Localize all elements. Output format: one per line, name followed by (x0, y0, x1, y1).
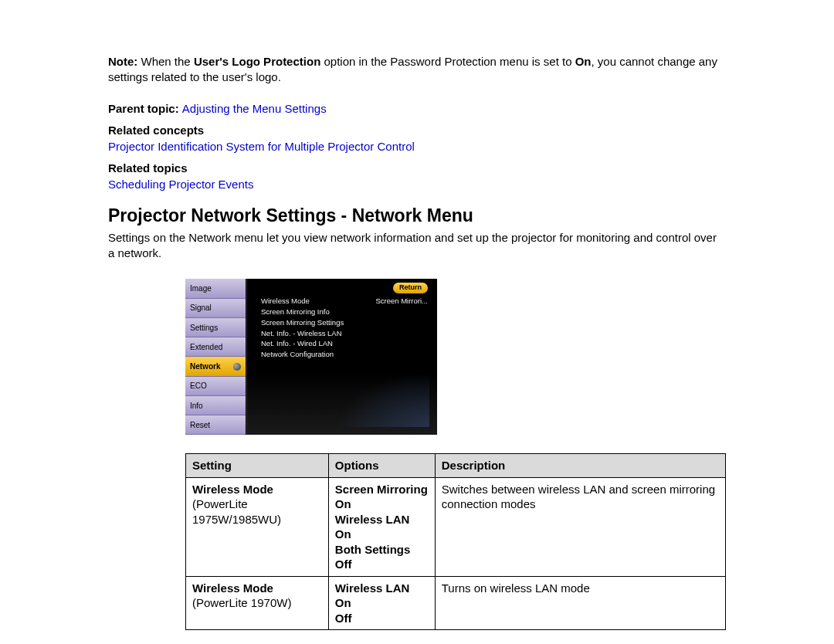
table-cell-options: Wireless LAN OnOff (328, 576, 435, 630)
note-part2: option in the Password Protection menu i… (320, 55, 575, 68)
table-row: Wireless Mode(PowerLite 1975W/1985WU)Scr… (186, 477, 726, 576)
osd-item: Net. Info. - Wired LAN (261, 338, 428, 349)
osd-panel: Return Wireless ModeScreen Mirrori...Scr… (246, 279, 437, 435)
table-cell-line: Wireless Mode (192, 482, 322, 497)
table-cell-line: Turns on wireless LAN mode (442, 581, 719, 596)
osd-item-label: Screen Mirroring Info (261, 307, 330, 317)
note-paragraph: Note: When the User's Logo Protection op… (108, 54, 726, 84)
table-cell-description: Switches between wireless LAN and screen… (435, 477, 725, 576)
table-cell-line: (PowerLite 1970W) (192, 595, 322, 611)
osd-item: Screen Mirroring Info (261, 307, 428, 317)
table-header-setting: Setting (186, 454, 329, 478)
osd-return-button: Return (393, 283, 428, 293)
table-cell-setting: Wireless Mode(PowerLite 1970W) (186, 576, 329, 630)
related-concepts-link[interactable]: Projector Identification System for Mult… (108, 139, 726, 154)
table-header-row: Setting Options Description (186, 454, 726, 478)
table-cell-line: (PowerLite 1975W/1985WU) (192, 497, 322, 527)
parent-topic-line: Parent topic: Adjusting the Menu Setting… (108, 101, 726, 117)
note-bold2: On (575, 55, 592, 68)
osd-tab: Settings (185, 318, 246, 337)
table-row: Wireless Mode(PowerLite 1970W)Wireless L… (186, 576, 726, 630)
osd-items: Wireless ModeScreen Mirrori...Screen Mir… (261, 296, 428, 360)
section-intro: Settings on the Network menu let you vie… (108, 230, 726, 260)
table-cell-line: Off (335, 611, 429, 626)
osd-tab: Info (185, 396, 246, 415)
related-concepts-label: Related concepts (108, 123, 726, 138)
table-header-description: Description (435, 454, 725, 478)
osd-item-label: Screen Mirroring Settings (261, 317, 344, 328)
note-label: Note: (108, 55, 137, 68)
osd-tab: Image (185, 279, 246, 298)
parent-topic-label: Parent topic: (108, 102, 182, 115)
table-cell-line: Wireless Mode (192, 581, 322, 596)
osd-tab-indicator-icon (233, 363, 241, 371)
table-cell-line: Both Settings Off (335, 542, 429, 572)
table-cell-setting: Wireless Mode(PowerLite 1975W/1985WU) (186, 477, 329, 576)
section-heading: Projector Network Settings - Network Men… (108, 205, 726, 228)
table-cell-line: Wireless LAN On (335, 581, 429, 611)
table-cell-line: Wireless LAN On (335, 512, 429, 542)
osd-item-label: Net. Info. - Wired LAN (261, 338, 333, 349)
osd-glow (337, 373, 429, 427)
osd-item-label: Net. Info. - Wireless LAN (261, 328, 342, 339)
osd-tab: Network (185, 357, 246, 376)
osd-tab: Extended (185, 337, 246, 357)
osd-item: Wireless ModeScreen Mirrori... (261, 296, 428, 307)
osd-item: Network Configuration (261, 349, 428, 360)
table-body: Wireless Mode(PowerLite 1975W/1985WU)Scr… (186, 477, 726, 630)
table-header-options: Options (328, 454, 435, 478)
note-part1: When the (137, 55, 194, 68)
note-bold1: User's Logo Protection (194, 55, 320, 68)
table-cell-line: Screen Mirroring On (335, 482, 429, 512)
osd-item: Net. Info. - Wireless LAN (261, 328, 428, 339)
osd-tab: ECO (185, 377, 246, 396)
osd-item-label: Wireless Mode (261, 296, 310, 307)
related-topics-link[interactable]: Scheduling Projector Events (108, 177, 726, 192)
osd-item-label: Network Configuration (261, 349, 334, 360)
parent-topic-link[interactable]: Adjusting the Menu Settings (182, 102, 327, 115)
table-cell-description: Turns on wireless LAN mode (435, 576, 725, 630)
osd-tab-list: ImageSignalSettingsExtendedNetworkECOInf… (185, 279, 246, 435)
osd-tab: Reset (185, 415, 246, 435)
table-cell-line: Switches between wireless LAN and screen… (442, 482, 719, 512)
osd-item-value: Screen Mirrori... (375, 296, 428, 307)
table-cell-options: Screen Mirroring OnWireless LAN OnBoth S… (328, 477, 435, 576)
osd-tab: Signal (185, 299, 246, 318)
osd-screenshot: ImageSignalSettingsExtendedNetworkECOInf… (185, 279, 437, 435)
settings-table: Setting Options Description Wireless Mod… (185, 453, 726, 630)
osd-item: Screen Mirroring Settings (261, 317, 428, 328)
related-topics-label: Related topics (108, 161, 726, 176)
